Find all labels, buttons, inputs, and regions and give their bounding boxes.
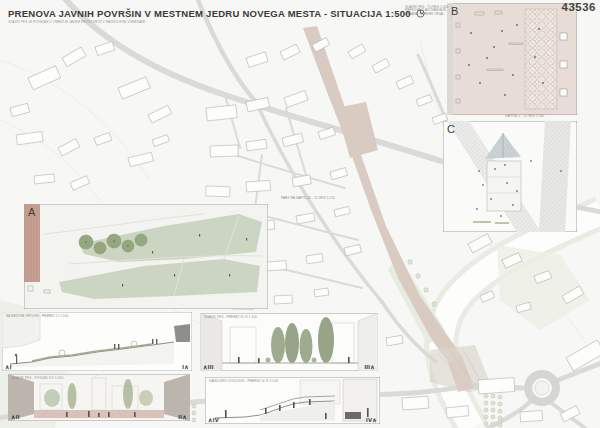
section-iii: GLAVNI TRG - PREREZ III-III 1:100 ∧III I… <box>200 313 378 371</box>
section-iii-left-marker: ∧III <box>203 363 214 370</box>
view-ii-right-marker: II∧ <box>178 413 187 420</box>
sheet-number: 43536 <box>562 1 596 13</box>
section-i: NA MESTNE VRTOVE - PREREZ I-I 1:100 ∧I I… <box>2 312 192 371</box>
section-i-drawing <box>2 312 192 371</box>
section-iv-right-marker: IV∧ <box>366 416 377 423</box>
page-subtitle: GLAVNI TRG JE POVEZAN V OMREŽJE JAVNIH P… <box>8 20 216 23</box>
panel-c-drawing <box>443 121 577 232</box>
title-block: PRENOVA JAVNIH POVRŠIN V MESTNEM JEDRU N… <box>8 8 425 26</box>
panel-a-plan: A <box>24 204 268 309</box>
section-iv: KANDIJSKO VOZLIŠČE - PREREZ IV-IV 1:100 … <box>205 377 380 424</box>
panel-a-caption: PARK NA KAPITLJU - TLORIS 1:250 <box>281 196 335 199</box>
section-iv-caption: KANDIJSKO VOZLIŠČE - PREREZ IV-IV 1:100 <box>209 379 278 382</box>
section-iii-caption: GLAVNI TRG - PREREZ III-III 1:100 <box>204 315 257 318</box>
view-ii: GLAVNI TRG - POGLED II-II 1:100 ∧II II∧ <box>8 374 190 421</box>
section-iv-left-marker: ∧IV <box>208 416 219 423</box>
panel-a-drawing <box>24 204 268 309</box>
panel-b-label: B <box>451 5 458 17</box>
north-arrow-icon <box>416 9 425 18</box>
presentation-board: PRENOVA JAVNIH POVRŠIN V MESTNEM JEDRU N… <box>0 0 600 428</box>
panel-b-plan: B <box>447 3 577 115</box>
panel-a-label: A <box>28 206 35 218</box>
view-ii-left-marker: ∧II <box>11 413 20 420</box>
section-i-caption: NA MESTNE VRTOVE - PREREZ I-I 1:100 <box>6 314 68 317</box>
view-ii-drawing <box>8 374 190 421</box>
panel-c-caption: KAPITELJ - TLORIS 1:200 <box>505 114 544 117</box>
section-iii-drawing <box>200 313 378 371</box>
view-ii-caption: GLAVNI TRG - POGLED II-II 1:100 <box>12 376 63 379</box>
panel-b-drawing <box>447 3 577 115</box>
panel-c-label: C <box>447 123 455 135</box>
section-iii-right-marker: III∧ <box>364 363 375 370</box>
section-i-right-marker: I∧ <box>182 363 189 370</box>
page-title: PRENOVA JAVNIH POVRŠIN V MESTNEM JEDRU N… <box>8 8 411 19</box>
section-iv-drawing <box>205 377 380 424</box>
section-i-left-marker: ∧I <box>5 363 12 370</box>
panel-c-plan: C <box>443 121 577 232</box>
